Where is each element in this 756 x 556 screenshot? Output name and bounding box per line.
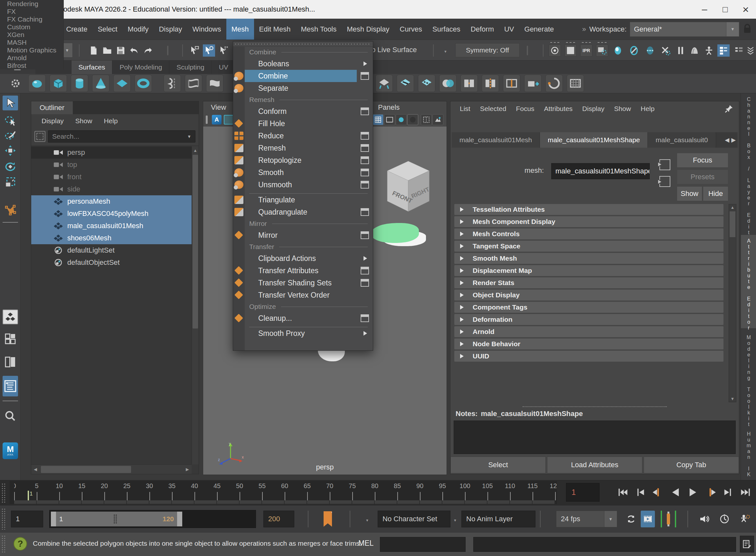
scroll-up-icon[interactable]: [729, 205, 736, 210]
option-box-icon[interactable]: [361, 72, 369, 80]
option-box-icon[interactable]: [361, 132, 369, 140]
project-curve-icon[interactable]: [375, 75, 393, 92]
nurbs-cube-icon[interactable]: [50, 75, 67, 92]
menu-overflow-chevron[interactable]: »: [582, 25, 586, 33]
hypershade-icon[interactable]: [688, 44, 701, 57]
panel-film-gate-icon[interactable]: [384, 114, 395, 125]
range-slider[interactable]: 1120: [49, 510, 256, 528]
timeline-ruler[interactable]: 0510152025303540455055606570758085909510…: [10, 481, 557, 504]
attribute-editor-tab[interactable]: male_casualsuit0: [648, 132, 716, 148]
search-icon[interactable]: [3, 409, 18, 423]
select-component-mode-icon[interactable]: [218, 44, 230, 57]
menu-item[interactable]: Quadrangulate: [233, 206, 373, 218]
range-grip[interactable]: [113, 514, 117, 524]
outliner-tab[interactable]: Outliner: [31, 101, 73, 114]
minimize-icon[interactable]: [694, 0, 715, 19]
playback-options-icon[interactable]: [641, 511, 655, 527]
loop-playback-icon[interactable]: [624, 511, 638, 527]
timeline-tick[interactable]: 0: [14, 482, 37, 500]
menubar-item[interactable]: Select: [92, 19, 122, 40]
option-box-icon[interactable]: [361, 279, 369, 287]
outliner-item[interactable]: shoes06Mesh: [31, 232, 192, 244]
menubar-item[interactable]: Mesh Tools: [296, 19, 341, 40]
step-forward-key-icon[interactable]: [702, 483, 719, 501]
viewport-view-menu[interactable]: View: [211, 103, 226, 112]
insert-isoparm-icon[interactable]: [503, 75, 520, 92]
menu-item[interactable]: Smooth: [233, 166, 373, 179]
redo-icon[interactable]: [142, 44, 154, 57]
create-bookmark-icon[interactable]: [324, 511, 332, 527]
sidebar-tab-channel-box[interactable]: Channel Box / Layer Editor: [741, 93, 756, 232]
paint-select-tool-icon[interactable]: [3, 128, 18, 143]
menubar-item[interactable]: Edit Mesh: [254, 19, 296, 40]
attribute-editor-scrollbar[interactable]: [729, 204, 736, 402]
mel-command-input[interactable]: [380, 537, 466, 552]
attribute-section-header[interactable]: Mesh Controls: [454, 229, 723, 239]
panel-textured-icon[interactable]: [432, 114, 443, 125]
shelf-tab[interactable]: UV: [212, 61, 236, 74]
attribute-section-header[interactable]: Node Behavior: [454, 339, 723, 349]
rotate-tool-icon[interactable]: [3, 159, 18, 174]
shelf-tab[interactable]: Surfaces: [71, 61, 113, 74]
menubar-item[interactable]: UV: [499, 19, 519, 40]
shelf-tab[interactable]: Custom: [0, 23, 64, 31]
shelf-tab[interactable]: Arnold: [0, 54, 64, 62]
sidebar-attribute-editor-toggle-icon[interactable]: [717, 44, 730, 57]
tab-next-icon[interactable]: ▶: [731, 136, 736, 143]
open-close-surface-icon[interactable]: [546, 75, 563, 92]
shelf-tab[interactable]: Sculpting: [169, 61, 211, 74]
outliner-menu-item[interactable]: Show: [70, 117, 98, 125]
menubar-item[interactable]: Modify: [123, 19, 154, 40]
fps-selector[interactable]: 24 fps: [556, 511, 617, 527]
layout-two-pane-icon[interactable]: [3, 355, 18, 370]
outliner-item[interactable]: lowFBXASC045polyMesh: [31, 208, 192, 220]
menubar-item[interactable]: Generate: [519, 19, 559, 40]
revolve-icon[interactable]: [164, 75, 181, 92]
range-start-handle[interactable]: [51, 512, 56, 526]
panel-shaded-icon[interactable]: [396, 114, 407, 125]
option-box-icon[interactable]: [361, 208, 369, 216]
current-frame-marker[interactable]: [28, 491, 29, 500]
symmetry-selector[interactable]: Symmetry: Off: [455, 43, 520, 57]
menu-item[interactable]: Mirror: [233, 229, 373, 241]
outliner-item[interactable]: side: [31, 183, 192, 195]
panel-wireframe-icon[interactable]: [421, 114, 432, 125]
option-box-icon[interactable]: [361, 314, 369, 322]
option-box-icon[interactable]: [361, 267, 369, 274]
undo-icon[interactable]: [128, 44, 140, 57]
highlight-selection-icon[interactable]: [644, 44, 656, 57]
ae-footer-button[interactable]: Select: [451, 457, 546, 473]
detach-surfaces-icon[interactable]: [482, 75, 499, 92]
anti-alias-toggle-icon[interactable]: [212, 115, 222, 125]
outliner-search-field[interactable]: [48, 130, 195, 143]
collapse-icons-chevron-icon[interactable]: [745, 44, 756, 57]
shelf-tab[interactable]: Poly Modeling: [112, 61, 169, 74]
play-forwards-icon[interactable]: [685, 483, 701, 501]
trim-surface-icon[interactable]: [397, 75, 414, 92]
option-box-icon[interactable]: [361, 231, 369, 239]
viewport-handle-icon[interactable]: [206, 115, 208, 124]
maximize-icon[interactable]: [715, 0, 735, 19]
menubar-item[interactable]: Curves: [394, 19, 427, 40]
attribute-section-header[interactable]: Render Stats: [454, 277, 723, 288]
attribute-section-header[interactable]: Tangent Space: [454, 241, 723, 252]
menubar-item[interactable]: Display: [154, 19, 187, 40]
sidebar-channel-box-toggle-icon[interactable]: [733, 44, 745, 57]
select-hierarchy-mode-icon[interactable]: [188, 44, 201, 57]
pin-icon[interactable]: [724, 104, 734, 115]
extend-surface-icon[interactable]: [524, 75, 541, 92]
attribute-editor-menu-item[interactable]: Help: [636, 105, 659, 113]
render-settings-icon[interactable]: [596, 44, 608, 57]
menubar-item[interactable]: Mesh: [226, 19, 254, 40]
chevron-down-icon[interactable]: [726, 22, 739, 36]
notes-divider[interactable]: [523, 406, 667, 407]
open-scene-icon[interactable]: [101, 44, 113, 57]
step-back-frame-icon[interactable]: [632, 483, 649, 501]
mel-label[interactable]: MEL: [358, 539, 373, 548]
timeline-tick[interactable]: 120: [555, 482, 557, 500]
attribute-section-header[interactable]: UUID: [454, 351, 723, 362]
menubar-item[interactable]: Deform: [466, 19, 499, 40]
attribute-editor-menu-item[interactable]: Focus: [511, 105, 539, 113]
close-icon[interactable]: [735, 0, 756, 19]
attribute-editor-tab[interactable]: male_casualsuit01MeshShape: [540, 132, 648, 148]
